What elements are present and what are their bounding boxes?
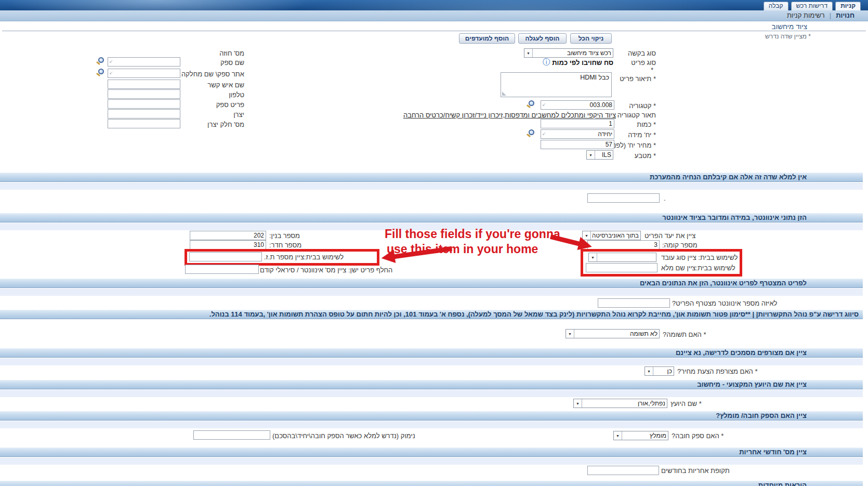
currency-label: * מטבע	[635, 152, 656, 160]
quote-attached-select[interactable]: כן ▼	[645, 366, 674, 376]
supplier-name-label: שם ספק	[220, 59, 244, 67]
section-special-instructions-title: הוראות מיוחדות	[0, 481, 863, 486]
tab-purchasing[interactable]: קניות	[835, 2, 861, 10]
section-inventory-title: הזן נתוני אינוונטר, במידה ומדובר בציוד א…	[0, 213, 863, 222]
is-input-tax-value: לא תשומה	[574, 330, 659, 337]
item-description-value: כבל HDMI	[580, 74, 609, 81]
is-input-tax-label: * האם תשומה?	[663, 331, 706, 338]
page-title: ציוד מיחשוב	[772, 23, 807, 31]
category-label: * קטגוריה	[629, 102, 656, 110]
tab-receiving[interactable]: קבלה	[764, 2, 788, 10]
supplier-name-input[interactable]	[108, 57, 180, 67]
tab-purchase-requisitions[interactable]: דרישות רכש	[791, 2, 833, 10]
uom-label: * יח' מידה	[628, 131, 656, 139]
breadcrumb: חנויות | רשימות קניות	[787, 11, 854, 19]
system-guidance-input[interactable]	[587, 193, 660, 203]
home-full-name-label: לשימוש בבית:ציין שם מלא	[661, 264, 735, 272]
quantity-input[interactable]	[541, 119, 614, 128]
phone-input[interactable]	[108, 89, 180, 99]
currency-value: ILS	[595, 151, 613, 159]
annotation-line1: Fill those fields if you're gonna	[385, 227, 560, 241]
supplier-item-input[interactable]	[108, 99, 180, 109]
reason-input[interactable]	[193, 430, 270, 440]
advisor-name-label: * שם היועץ	[670, 400, 702, 408]
subnav-stores[interactable]: חנויות	[836, 11, 854, 19]
item-type-required-mark: *	[651, 66, 653, 74]
add-to-cart-button[interactable]: הוסף לעגלה	[518, 33, 567, 44]
chevron-down-icon: ▼	[524, 49, 533, 57]
section-mandatory-supplier-title: ציין האם הספק חובה/ מומלץ?	[0, 411, 863, 421]
subnav-shopping-lists[interactable]: רשימות קניות	[787, 11, 825, 19]
joined-inventory-number-label: לאיזה מספר אינוונטר מצטרף הפריט?	[672, 299, 777, 307]
clear-all-button[interactable]: ניקוי הכל	[570, 33, 612, 44]
required-field-note: * מציין שדה נדרש	[765, 33, 811, 40]
section-subbar	[0, 288, 863, 296]
uom-search-icon[interactable]	[526, 129, 535, 138]
dot-label: .	[664, 194, 666, 202]
info-icon[interactable]: ⓘ	[543, 58, 550, 65]
supplier-search-icon[interactable]	[96, 57, 104, 65]
chevron-down-icon: ▼	[566, 330, 574, 338]
contact-name-input[interactable]	[108, 80, 180, 89]
mfg-part-label: מס' חלק יצרן	[207, 121, 244, 128]
category-desc-label: תאור קטגוריה	[617, 111, 656, 119]
supplier-site-input[interactable]	[108, 69, 180, 78]
chevron-down-icon: ▼	[587, 151, 595, 159]
chevron-down-icon: ▼	[574, 399, 582, 408]
category-desc-link[interactable]: ציוד היקפי ומתכלים למחשבים ומדפסות,זיכרו…	[403, 111, 616, 119]
home-worker-type-select[interactable]: ▼	[588, 253, 656, 262]
section-system-guidance-title: אין למלא שדה זה אלה אם קיבלתם הנחיה מהמע…	[0, 173, 863, 182]
section-subbar	[0, 182, 863, 190]
subnav-bar	[0, 10, 868, 21]
manufacturer-label: יצרן	[233, 111, 244, 119]
category-search-icon[interactable]	[526, 100, 535, 109]
quote-attached-label: * האם מצורפת הצעת מחיר?	[677, 367, 758, 375]
section-classification-title: סיווג דרישה ע"פ נוהל התקשרויות| | **סימו…	[0, 310, 863, 319]
advisor-name-select[interactable]: נפתלי,אורן ▼	[573, 399, 667, 408]
is-input-tax-select[interactable]: לא תשומה ▼	[565, 329, 660, 338]
item-description-textarea[interactable]: כבל HDMI	[501, 72, 612, 97]
mandatory-supplier-select[interactable]: מומלץ ▼	[613, 431, 668, 440]
warranty-months-input[interactable]	[587, 466, 659, 475]
home-id-number-input[interactable]	[189, 252, 262, 261]
annotation-line2: use this item in your home	[387, 242, 538, 256]
supplier-site-label: אתר ספק\ שם מחלקה	[181, 70, 244, 78]
building-number-input[interactable]	[190, 231, 266, 240]
category-input[interactable]	[541, 100, 614, 110]
add-to-favorites-button[interactable]: הוסף למועדפים	[459, 33, 515, 44]
section-joined-inventory-title: לפריט המצטרף לפריט אינוונטר, הזן את הנתו…	[0, 279, 863, 288]
currency-select[interactable]: ILS ▼	[586, 150, 613, 160]
unit-price-input[interactable]	[541, 140, 614, 149]
resize-handle-icon[interactable]	[502, 91, 506, 96]
item-type-label: סוג פריט	[631, 59, 656, 67]
uom-input[interactable]	[541, 129, 614, 139]
manufacturer-input[interactable]	[108, 109, 180, 119]
top-tabs: קניות דרישות רכש קבלה	[764, 2, 861, 10]
room-number-label: מספר חדר:	[269, 241, 301, 249]
room-number-input[interactable]	[190, 240, 266, 249]
chevron-down-icon: ▼	[645, 367, 653, 375]
section-documents-title: ציין אם מצורפים מסמכים לדרישה, נא ציינם	[0, 348, 863, 358]
procurement-item-page: קניות דרישות רכש קבלה חנויות | רשימות קנ…	[0, 0, 868, 486]
floor-number-input[interactable]	[587, 240, 660, 249]
phone-label: טלפון	[229, 91, 244, 99]
contract-number-label: מס' חוזה	[219, 49, 244, 57]
quote-attached-value: כן	[653, 367, 674, 375]
joined-inventory-number-input[interactable]	[598, 298, 670, 308]
home-id-number-label: לשימוש בבית:ציין מספר ת.ז.	[264, 253, 344, 261]
chevron-down-icon: ▼	[614, 431, 622, 440]
section-advisor-title: ציין את שם היועץ המקצועי - מיחשוב	[0, 380, 863, 389]
replace-old-item-label: החלף פריט ישן: ציין מס' אינוונטר / סיראל…	[260, 266, 392, 274]
mandatory-supplier-label: * האם ספק חובה?	[672, 432, 724, 440]
section-warranty-title: ציין מס' חודשי אחריות	[0, 448, 863, 457]
subnav-separator: |	[830, 11, 831, 19]
request-type-select[interactable]: רכש ציוד מיחשוב ▼	[524, 48, 613, 58]
replace-old-item-input[interactable]	[185, 265, 259, 274]
advisor-name-value: נפתלי,אורן	[582, 400, 667, 407]
item-description-label: * תיאור פריט	[620, 75, 656, 83]
home-full-name-input[interactable]	[586, 263, 657, 272]
title-divider	[2, 31, 866, 31]
supplier-site-search-icon[interactable]	[96, 68, 104, 77]
mfg-part-input[interactable]	[108, 119, 180, 128]
reason-label: נימוק (נדרש למלא כאשר הספק חובה\יחיד\בהס…	[272, 432, 415, 440]
